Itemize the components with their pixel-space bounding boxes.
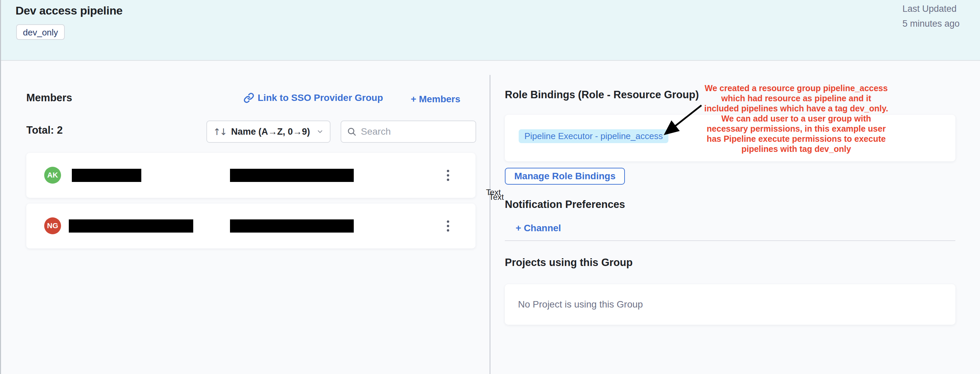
last-updated-value: 5 minutes ago — [902, 16, 960, 31]
member-row[interactable]: AK — [26, 153, 476, 198]
user-group-detail-page: Dev access pipeline dev_only Last Update… — [0, 0, 980, 374]
chevron-down-icon — [316, 128, 324, 135]
role-bindings-heading: Role Bindings (Role - Resource Group) — [505, 89, 699, 101]
link-icon — [243, 93, 254, 103]
annotation-line: has Pipeline execute permissions to exec… — [702, 134, 891, 144]
search-field — [340, 120, 476, 143]
kebab-dot — [447, 179, 449, 181]
member-options-menu-button[interactable] — [441, 217, 455, 234]
page-header: Dev access pipeline dev_only Last Update… — [0, 0, 980, 61]
redacted-email — [230, 219, 354, 233]
projects-empty-card: No Project is using this Group — [505, 284, 955, 325]
member-options-menu-button[interactable] — [441, 167, 455, 184]
link-sso-provider-group-button[interactable]: Link to SSO Provider Group — [243, 93, 383, 103]
search-icon — [347, 126, 357, 137]
members-total-count: Total: 2 — [26, 124, 63, 136]
kebab-dot — [447, 229, 449, 232]
sort-icon: ↑↓ — [213, 126, 226, 137]
annotation-line: pipelines with tag dev_only — [702, 144, 891, 154]
annotation-note: We created a resource group pipeline_acc… — [702, 83, 891, 154]
annotation-line: which had resource as pipeline and it — [702, 93, 891, 103]
sort-selected-value: Name (A→Z, 0→9) — [231, 126, 310, 137]
redacted-name — [72, 169, 141, 182]
notification-preferences-heading: Notification Preferences — [505, 198, 625, 211]
sort-select[interactable]: ↑↓ Name (A→Z, 0→9) — [207, 120, 331, 143]
annotation-line: We can add user to a user group with — [702, 113, 891, 123]
projects-empty-message: No Project is using this Group — [518, 299, 643, 310]
role-binding-chip[interactable]: Pipeline Executor - pipeline_access — [519, 129, 668, 143]
members-heading: Members — [26, 92, 72, 104]
group-tag: dev_only — [16, 24, 65, 40]
panel-divider — [490, 75, 490, 374]
stray-text-label: Text — [489, 192, 504, 202]
kebab-dot — [447, 225, 449, 227]
avatar: AK — [44, 167, 61, 184]
page-title: Dev access pipeline — [16, 4, 123, 17]
avatar: NG — [44, 217, 61, 234]
search-input[interactable] — [361, 126, 470, 137]
last-updated: Last Updated 5 minutes ago — [902, 2, 960, 31]
annotation-line: We created a resource group pipeline_acc… — [702, 83, 891, 93]
add-members-button[interactable]: + Members — [411, 94, 460, 105]
link-sso-label: Link to SSO Provider Group — [258, 93, 383, 103]
add-channel-button[interactable]: + Channel — [515, 223, 561, 233]
projects-heading: Projects using this Group — [505, 257, 633, 269]
manage-role-bindings-button[interactable]: Manage Role Bindings — [505, 168, 625, 185]
kebab-dot — [447, 174, 449, 177]
kebab-dot — [447, 221, 449, 223]
kebab-dot — [447, 170, 449, 172]
annotation-line: included pipelines which have a tag dev_… — [702, 103, 891, 113]
redacted-name — [69, 219, 193, 233]
section-divider — [505, 240, 955, 241]
last-updated-label: Last Updated — [902, 2, 960, 16]
window-edge — [0, 0, 1, 374]
redacted-email — [230, 169, 354, 182]
member-row[interactable]: NG — [26, 203, 476, 248]
annotation-line: necessary permissions, in this example u… — [702, 123, 891, 134]
annotation-arrow-icon — [658, 101, 708, 139]
